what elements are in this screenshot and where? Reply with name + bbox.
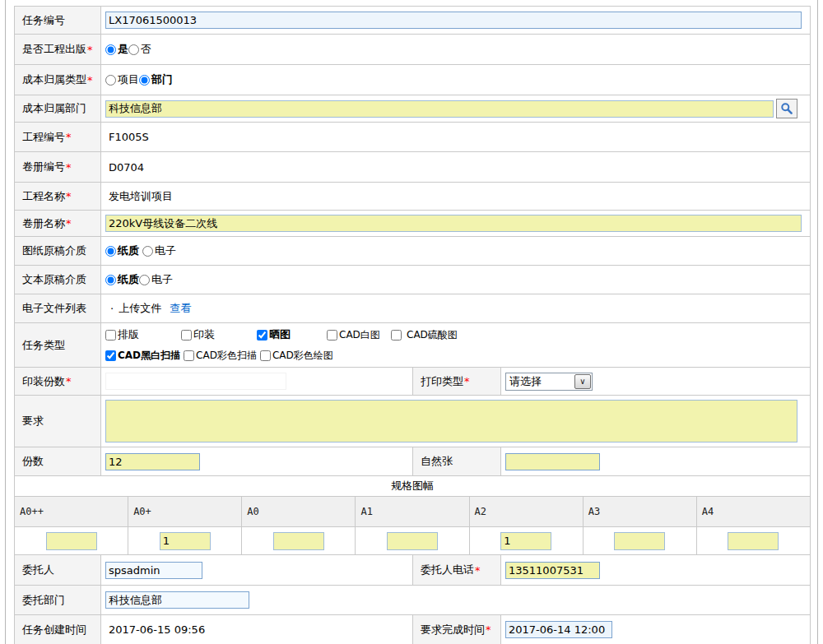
task-type-checkbox[interactable]	[184, 350, 194, 361]
task-type-checkbox[interactable]	[181, 330, 192, 341]
spec-col-header: A0++	[15, 497, 128, 526]
volume-name-input[interactable]	[105, 215, 802, 232]
row-task-type: 任务类型 排版 印装 晒图 CAD白图 CAD硫酸图 CAD黑白扫描 CAD彩色…	[15, 323, 810, 368]
row-file-list: 电子文件列表 · 上传文件 查看	[15, 294, 810, 323]
drawing-media-electronic-radio[interactable]	[142, 246, 153, 257]
upload-file-link[interactable]: 上传文件	[119, 301, 161, 316]
label-natural-sheets: 自然张	[412, 447, 501, 475]
page-border-right	[817, 0, 818, 644]
publish-no-radio[interactable]	[128, 44, 139, 55]
print-type-select[interactable]: 请选择 ∨	[505, 373, 593, 391]
cost-type-project-radio[interactable]	[105, 75, 116, 86]
page-border-left	[5, 0, 6, 644]
row-volume-name: 卷册名称*	[15, 211, 810, 237]
task-number-input[interactable]	[105, 12, 802, 29]
task-type-checkbox[interactable]	[327, 330, 337, 341]
row-task-number: 任务编号	[15, 7, 810, 35]
required-asterisk: *	[66, 161, 72, 174]
spec-header-row: A0++ A0+ A0 A1 A2 A3 A4	[15, 497, 810, 527]
label-requirement: 要求	[15, 396, 101, 447]
drawing-media-paper-option[interactable]: 纸质	[105, 243, 139, 258]
requirement-textarea[interactable]	[105, 400, 797, 442]
label-copies: 份数	[15, 447, 101, 475]
natural-sheets-input[interactable]	[505, 453, 600, 470]
required-asterisk: *	[464, 375, 470, 387]
publish-no-option[interactable]: 否	[128, 42, 151, 57]
label-client-phone: 委托人电话*	[412, 555, 501, 585]
label-cost-type: 成本归属类型*	[15, 65, 101, 95]
view-link[interactable]: 查看	[170, 301, 191, 316]
drawing-media-electronic-option[interactable]: 电子	[142, 243, 176, 258]
task-type-option-cad-bw-scan[interactable]: CAD黑白扫描	[105, 349, 180, 363]
spec-table-title: 规格图幅	[15, 476, 810, 497]
spec-a0-input[interactable]	[273, 532, 324, 550]
label-task-number: 任务编号	[15, 7, 101, 34]
label-print-copies: 印装份数*	[15, 368, 101, 395]
task-type-checkbox[interactable]	[105, 330, 116, 341]
publish-yes-option[interactable]: 是	[105, 42, 128, 57]
cost-type-project-option[interactable]: 项目	[105, 72, 139, 87]
spec-a2-input[interactable]	[500, 532, 551, 550]
cost-type-dept-radio[interactable]	[139, 75, 150, 86]
spec-col-header: A0+	[128, 497, 242, 526]
spec-col-header: A3	[584, 497, 697, 526]
cost-dept-search-button[interactable]	[776, 99, 797, 118]
text-media-electronic-radio[interactable]	[139, 275, 150, 285]
chevron-down-icon: ∨	[579, 377, 585, 386]
text-media-electronic-option[interactable]: 电子	[139, 272, 173, 287]
row-is-publish: 是否工程出版* 是 否	[15, 35, 810, 65]
label-text-media: 文本原稿介质	[15, 266, 101, 294]
search-icon	[780, 102, 793, 115]
task-type-checkbox[interactable]	[257, 330, 267, 341]
client-phone-input[interactable]	[505, 562, 600, 579]
spec-a0p-input[interactable]	[160, 532, 211, 550]
task-type-option-cad-sulfate[interactable]: CAD硫酸图	[391, 328, 458, 342]
bullet-mark: ·	[110, 303, 114, 315]
spec-a3-input[interactable]	[614, 532, 665, 550]
row-create-time: 任务创建时间 2017-06-15 09:56 要求完成时间*	[15, 615, 810, 644]
task-type-option-cad-color-plot[interactable]: CAD彩色绘图	[260, 349, 333, 363]
required-asterisk: *	[87, 74, 93, 86]
publish-yes-radio[interactable]	[105, 44, 116, 55]
label-create-time: 任务创建时间	[15, 615, 101, 644]
row-copies: 份数 自然张	[15, 447, 810, 476]
required-asterisk: *	[66, 131, 72, 143]
row-requirement: 要求	[15, 396, 810, 447]
row-client-dept: 委托部门	[15, 586, 810, 615]
cost-type-dept-option[interactable]: 部门	[139, 72, 173, 87]
task-type-checkbox[interactable]	[260, 350, 271, 361]
spec-col-header: A2	[470, 497, 584, 526]
label-task-type: 任务类型	[15, 323, 101, 367]
select-dropdown-button[interactable]: ∨	[574, 374, 591, 389]
cost-dept-input[interactable]	[105, 100, 774, 118]
print-copies-input[interactable]	[105, 373, 286, 390]
finish-time-input[interactable]	[505, 621, 612, 638]
task-type-checkbox[interactable]	[391, 330, 402, 341]
copies-input[interactable]	[105, 453, 200, 470]
required-asterisk: *	[66, 190, 72, 202]
task-type-option-paiban[interactable]: 排版	[105, 327, 181, 342]
label-client: 委托人	[15, 555, 101, 585]
task-type-option-cad-color-scan[interactable]: CAD彩色扫描	[184, 349, 257, 363]
row-drawing-media: 图纸原稿介质 纸质 电子	[15, 237, 810, 266]
task-type-option-cad-white[interactable]: CAD白图	[327, 328, 391, 342]
label-drawing-media: 图纸原稿介质	[15, 237, 101, 265]
row-text-media: 文本原稿介质 纸质 电子	[15, 266, 810, 294]
text-media-paper-radio[interactable]	[105, 275, 116, 285]
required-asterisk: *	[66, 217, 72, 229]
task-type-option-shaitu[interactable]: 晒图	[257, 327, 327, 342]
text-media-paper-option[interactable]: 纸质	[105, 272, 139, 287]
spec-a0pp-input[interactable]	[46, 532, 97, 550]
label-is-publish: 是否工程出版*	[15, 35, 101, 64]
client-input[interactable]	[105, 562, 202, 579]
row-project-name: 工程名称* 发电培训项目	[15, 183, 810, 211]
row-volume-no: 卷册编号* D0704	[15, 152, 810, 183]
spec-col-header: A0	[242, 497, 356, 526]
label-print-type: 打印类型*	[412, 368, 501, 395]
client-dept-input[interactable]	[105, 591, 249, 609]
drawing-media-paper-radio[interactable]	[105, 246, 116, 257]
task-type-option-yinzhuang[interactable]: 印装	[181, 327, 257, 342]
task-type-checkbox[interactable]	[105, 350, 116, 361]
spec-a4-input[interactable]	[728, 532, 779, 550]
spec-a1-input[interactable]	[387, 532, 438, 550]
